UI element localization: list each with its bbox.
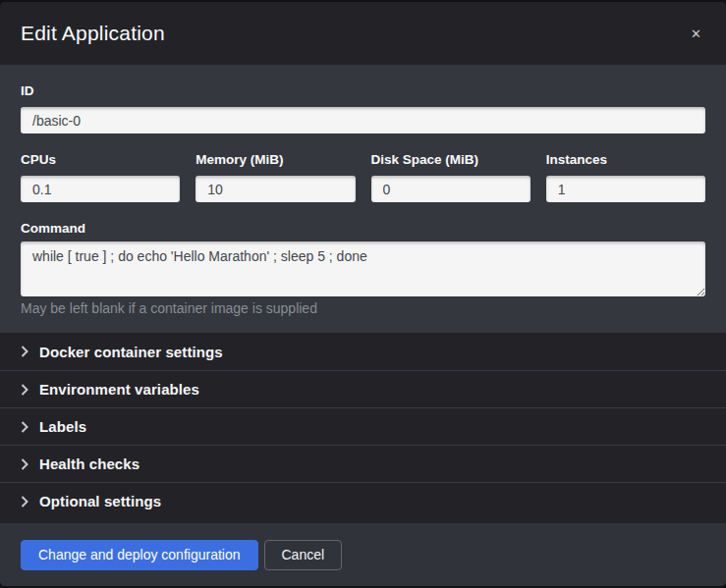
section-label: Environment variables (39, 381, 199, 398)
command-field-group: Command while [ true ] ; do echo 'Hello … (21, 222, 705, 316)
chevron-right-icon (21, 384, 28, 396)
disk-label: Disk Space (MiB) (371, 153, 531, 167)
chevron-right-icon (21, 496, 28, 508)
modal-header: Edit Application ✕ (0, 2, 726, 65)
id-field-group: ID (21, 84, 705, 134)
application-form: ID CPUs Memory (MiB) Disk Space (MiB) In… (0, 65, 726, 333)
section-optional-settings[interactable]: Optional settings (0, 482, 726, 519)
section-label: Labels (39, 418, 86, 435)
chevron-right-icon (21, 346, 28, 357)
command-help-text: May be left blank if a container image i… (21, 301, 705, 316)
id-label: ID (21, 84, 705, 98)
cpus-label: CPUs (21, 153, 180, 167)
collapsible-sections: Docker container settings Environment va… (0, 333, 726, 523)
section-docker-container-settings[interactable]: Docker container settings (0, 333, 726, 370)
instances-label: Instances (546, 153, 705, 167)
memory-label: Memory (MiB) (195, 153, 355, 167)
section-label: Optional settings (39, 493, 161, 509)
section-environment-variables[interactable]: Environment variables (0, 370, 726, 407)
chevron-right-icon (21, 421, 28, 433)
command-label: Command (21, 222, 705, 236)
close-icon[interactable]: ✕ (687, 24, 705, 44)
change-and-deploy-button[interactable]: Change and deploy configuration (21, 540, 258, 570)
resource-fields-row: CPUs Memory (MiB) Disk Space (MiB) Insta… (21, 153, 705, 202)
modal-footer: Change and deploy configuration Cancel (0, 523, 726, 586)
memory-field-group: Memory (MiB) (195, 153, 355, 202)
section-label: Health checks (39, 455, 140, 472)
section-health-checks[interactable]: Health checks (0, 445, 726, 482)
memory-input[interactable] (195, 176, 355, 202)
instances-field-group: Instances (546, 153, 705, 202)
edit-application-modal: Edit Application ✕ ID CPUs Memory (MiB) … (0, 2, 726, 586)
modal-title: Edit Application (21, 22, 165, 45)
disk-input[interactable] (371, 176, 531, 202)
disk-field-group: Disk Space (MiB) (371, 153, 531, 202)
command-textarea[interactable]: while [ true ] ; do echo 'Hello Marathon… (21, 241, 705, 296)
cpus-input[interactable] (21, 176, 180, 202)
instances-input[interactable] (546, 176, 705, 202)
cpus-field-group: CPUs (21, 153, 180, 202)
id-input[interactable] (21, 107, 705, 134)
section-labels[interactable]: Labels (0, 407, 726, 445)
cancel-button[interactable]: Cancel (264, 540, 343, 570)
section-label: Docker container settings (39, 344, 223, 360)
chevron-right-icon (21, 458, 28, 470)
